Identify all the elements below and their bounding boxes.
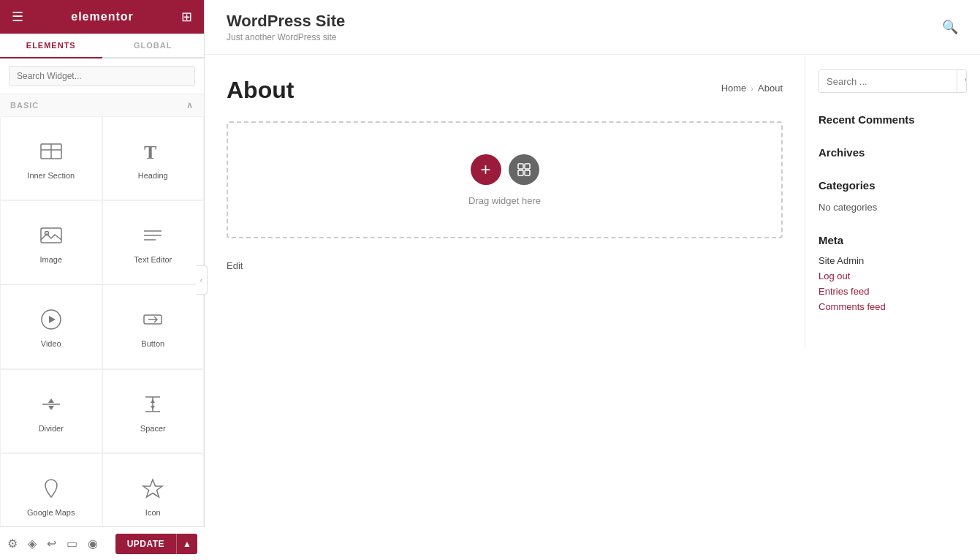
- widget-button[interactable]: Button: [102, 284, 205, 368]
- site-admin-link[interactable]: Site Admin: [818, 255, 967, 266]
- heading-icon: T: [141, 140, 164, 167]
- no-categories-text: No categories: [818, 202, 877, 213]
- basic-section-label[interactable]: BASIC ∧: [0, 94, 204, 116]
- meta-title: Meta: [818, 234, 967, 246]
- sidebar-search-button[interactable]: 🔍: [957, 70, 967, 92]
- breadcrumb: Home › About: [721, 83, 783, 94]
- svg-marker-22: [143, 480, 162, 497]
- divider-icon: [39, 393, 63, 420]
- svg-marker-14: [48, 398, 54, 403]
- widget-heading[interactable]: T Heading: [102, 116, 205, 200]
- update-arrow-button[interactable]: ▲: [176, 534, 197, 554]
- site-tagline: Just another WordPress site: [227, 32, 345, 42]
- button-icon: [141, 308, 164, 335]
- layout-button[interactable]: [509, 154, 539, 185]
- bottom-bar: ⚙ ◈ ↩ ▭ ◉ UPDATE ▲: [0, 526, 205, 560]
- inner-section-icon: [39, 140, 63, 167]
- right-sidebar: 🔍 Recent Comments Archives Categories No…: [805, 55, 980, 347]
- svg-marker-15: [48, 406, 54, 410]
- archives-widget: Archives: [818, 146, 967, 159]
- tab-global[interactable]: GLOBAL: [102, 34, 205, 58]
- undo-icon[interactable]: ↩: [47, 537, 56, 550]
- categories-widget: Categories No categories: [818, 179, 967, 213]
- comments-feed-link[interactable]: Comments feed: [818, 301, 967, 312]
- tab-elements[interactable]: ELEMENTS: [0, 34, 102, 58]
- svg-marker-19: [151, 399, 155, 403]
- categories-title: Categories: [818, 179, 967, 192]
- site-search-icon[interactable]: 🔍: [942, 19, 958, 35]
- widget-image[interactable]: Image: [0, 200, 102, 284]
- breadcrumb-separator: ›: [751, 84, 753, 93]
- text-editor-icon: [141, 224, 164, 251]
- eye-icon[interactable]: ◉: [88, 537, 98, 550]
- svg-rect-26: [525, 170, 530, 175]
- site-title: WordPress Site: [227, 12, 345, 31]
- widget-text-editor[interactable]: Text Editor: [102, 200, 205, 284]
- display-icon[interactable]: ▭: [67, 537, 77, 550]
- drop-label: Drag widget here: [468, 195, 541, 206]
- video-icon: [39, 308, 63, 335]
- meta-widget: Meta Site Admin Log out Entries feed Com…: [818, 234, 967, 312]
- svg-marker-10: [49, 316, 56, 323]
- spacer-icon: [141, 393, 164, 420]
- widget-inner-section[interactable]: Inner Section: [0, 116, 102, 200]
- log-out-link[interactable]: Log out: [818, 270, 967, 281]
- update-button[interactable]: UPDATE: [115, 534, 176, 554]
- svg-point-21: [49, 483, 53, 488]
- svg-rect-23: [518, 164, 523, 169]
- svg-rect-24: [525, 164, 530, 169]
- widget-video[interactable]: Video: [0, 284, 102, 368]
- widget-spacer[interactable]: Spacer: [102, 369, 205, 453]
- search-widget-input[interactable]: [9, 66, 195, 86]
- archives-title: Archives: [818, 146, 967, 159]
- update-button-group: UPDATE ▲: [115, 534, 197, 554]
- settings-icon[interactable]: ⚙: [7, 537, 18, 550]
- collapse-handle[interactable]: ‹: [196, 265, 208, 295]
- search-widget: 🔍: [818, 69, 967, 93]
- edit-link[interactable]: Edit: [227, 260, 243, 271]
- grid-icon[interactable]: ⊞: [181, 9, 192, 25]
- svg-rect-4: [41, 228, 61, 243]
- icon-widget-icon: [141, 477, 164, 504]
- breadcrumb-current: About: [758, 83, 783, 94]
- entries-feed-link[interactable]: Entries feed: [818, 286, 967, 297]
- google-maps-icon: [39, 477, 63, 504]
- recent-comments-title: Recent Comments: [818, 113, 967, 126]
- widget-icon[interactable]: Icon: [102, 453, 205, 537]
- image-icon: [39, 224, 63, 251]
- brand-name: elementor: [71, 10, 133, 23]
- svg-text:T: T: [144, 142, 156, 163]
- add-widget-button[interactable]: +: [471, 154, 501, 185]
- breadcrumb-home[interactable]: Home: [721, 83, 747, 94]
- recent-comments-widget: Recent Comments: [818, 113, 967, 126]
- layers-icon[interactable]: ◈: [28, 537, 37, 550]
- widget-divider[interactable]: Divider: [0, 369, 102, 453]
- svg-rect-25: [518, 170, 523, 175]
- sidebar-search-input[interactable]: [819, 70, 957, 92]
- widgets-grid: Inner Section T Heading Image: [0, 116, 204, 537]
- hamburger-icon[interactable]: ☰: [12, 9, 23, 25]
- widget-google-maps[interactable]: Google Maps: [0, 453, 102, 537]
- svg-marker-20: [151, 406, 155, 409]
- page-title: About: [227, 77, 294, 104]
- sidebar-tabs: ELEMENTS GLOBAL: [0, 34, 204, 58]
- basic-chevron-icon: ∧: [186, 100, 194, 110]
- drop-zone: + Drag widget here: [227, 121, 783, 238]
